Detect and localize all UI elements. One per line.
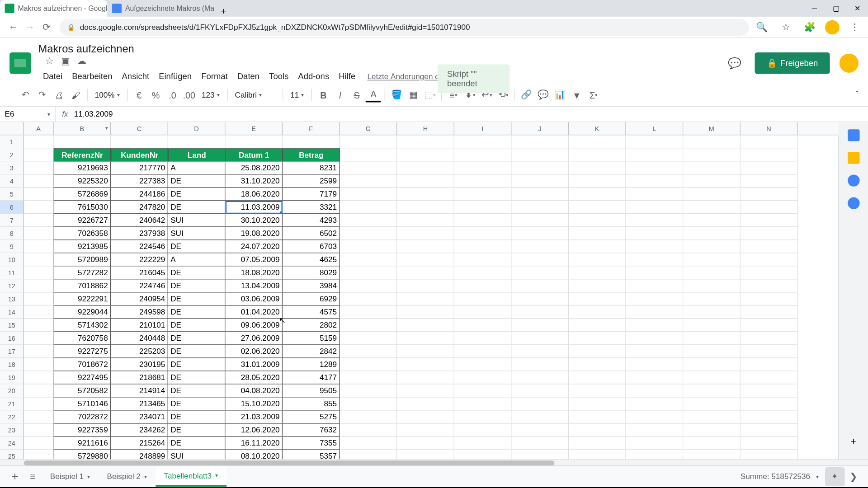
cell[interactable]	[340, 398, 397, 411]
cell[interactable]	[569, 266, 626, 279]
cell[interactable]: 18.06.2020	[225, 188, 283, 201]
cell[interactable]: DE	[168, 319, 226, 332]
redo-button[interactable]: ↷	[34, 87, 50, 103]
cell[interactable]: DE	[168, 371, 226, 385]
cell[interactable]	[569, 398, 626, 411]
cell[interactable]	[741, 201, 798, 214]
column-header[interactable]: F	[283, 122, 340, 135]
cell[interactable]	[454, 227, 512, 240]
cell[interactable]	[683, 266, 741, 279]
cell[interactable]	[397, 371, 454, 385]
cell[interactable]: 08.10.2020	[225, 450, 283, 460]
column-header[interactable]: C	[111, 122, 168, 135]
cell[interactable]	[741, 424, 798, 437]
cell[interactable]	[24, 292, 54, 305]
cell[interactable]	[626, 332, 684, 345]
column-header[interactable]: E	[225, 122, 283, 135]
cell[interactable]	[454, 240, 512, 253]
cell[interactable]	[569, 227, 626, 240]
cell[interactable]	[454, 411, 512, 424]
cell[interactable]	[454, 398, 512, 411]
document-title[interactable]: Makros aufzeichnen	[38, 43, 134, 55]
close-window-button[interactable]: ✕	[847, 0, 868, 17]
row-header[interactable]: 10	[0, 253, 24, 266]
cell[interactable]: 217770	[111, 161, 168, 174]
bold-button[interactable]: B	[316, 87, 331, 103]
cell[interactable]	[454, 135, 512, 148]
cell[interactable]	[454, 450, 512, 460]
cell[interactable]	[454, 279, 512, 292]
font-select[interactable]: Calibri▾	[231, 90, 279, 99]
browser-menu-icon[interactable]: ⋮	[847, 19, 863, 36]
cell[interactable]	[683, 319, 741, 332]
cell[interactable]	[569, 305, 626, 319]
cell[interactable]: 8231	[283, 161, 340, 174]
forward-button[interactable]: →	[21, 19, 38, 36]
cell[interactable]	[741, 214, 798, 227]
cell[interactable]	[626, 371, 684, 385]
cell[interactable]	[626, 385, 684, 398]
cell[interactable]: 25.08.2020	[225, 161, 283, 174]
cell[interactable]	[569, 240, 626, 253]
cell[interactable]: 5729880	[54, 450, 111, 460]
sheets-logo-icon[interactable]	[9, 52, 31, 74]
cell[interactable]: 855	[283, 398, 340, 411]
cell[interactable]	[569, 411, 626, 424]
back-button[interactable]: ←	[5, 19, 22, 36]
cell[interactable]: 2599	[283, 174, 340, 188]
cell[interactable]: 04.08.2020	[225, 385, 283, 398]
cell[interactable]	[397, 148, 454, 161]
cell[interactable]	[626, 305, 684, 319]
cell[interactable]	[741, 253, 798, 266]
cell[interactable]	[683, 371, 741, 385]
cell[interactable]	[741, 148, 798, 161]
cell[interactable]	[24, 398, 54, 411]
menu-ansicht[interactable]: Ansicht	[117, 69, 154, 84]
share-button[interactable]: 🔒 Freigeben	[755, 52, 830, 74]
cell[interactable]: 214914	[111, 385, 168, 398]
cell[interactable]	[397, 385, 454, 398]
cell[interactable]	[626, 411, 684, 424]
cell[interactable]	[454, 266, 512, 279]
cell[interactable]: DE	[168, 292, 226, 305]
cell[interactable]	[397, 135, 454, 148]
menu-format[interactable]: Format	[197, 69, 233, 84]
cell[interactable]	[569, 201, 626, 214]
cell[interactable]	[511, 188, 569, 201]
cell[interactable]	[511, 240, 569, 253]
cell[interactable]	[24, 319, 54, 332]
cell[interactable]	[24, 411, 54, 424]
insert-comment-button[interactable]: 💬	[536, 87, 551, 103]
cell[interactable]: 9222291	[54, 292, 111, 305]
zoom-select[interactable]: 100%▾	[91, 90, 124, 99]
cell[interactable]	[626, 227, 684, 240]
cell[interactable]	[626, 253, 684, 266]
cell[interactable]	[569, 279, 626, 292]
cell[interactable]	[24, 305, 54, 319]
cell[interactable]	[569, 253, 626, 266]
borders-button[interactable]: ▦	[406, 87, 421, 103]
cell[interactable]	[397, 240, 454, 253]
row-header[interactable]: 22	[0, 411, 24, 424]
cell[interactable]: 11.03.2009	[225, 201, 283, 214]
cell[interactable]	[24, 385, 54, 398]
cell[interactable]	[511, 411, 569, 424]
cell[interactable]: 6929	[283, 292, 340, 305]
row-header[interactable]: 2	[0, 148, 24, 161]
cell[interactable]: 15.10.2020	[225, 398, 283, 411]
cell[interactable]	[511, 214, 569, 227]
name-box[interactable]: E6▾	[0, 107, 56, 122]
cell[interactable]	[626, 398, 684, 411]
cell[interactable]	[340, 305, 397, 319]
cell[interactable]: A	[168, 161, 226, 174]
cell[interactable]	[626, 450, 684, 460]
url-input[interactable]: 🔒 docs.google.com/spreadsheets/d/1FKYLxF…	[60, 19, 749, 36]
cell[interactable]	[569, 371, 626, 385]
cell[interactable]: 9219693	[54, 161, 111, 174]
cell[interactable]	[741, 450, 798, 460]
cell[interactable]: 2802	[283, 319, 340, 332]
row-header[interactable]: 23	[0, 424, 24, 437]
cell[interactable]: 7620758	[54, 332, 111, 345]
cell[interactable]	[741, 437, 798, 450]
cell[interactable]	[340, 240, 397, 253]
